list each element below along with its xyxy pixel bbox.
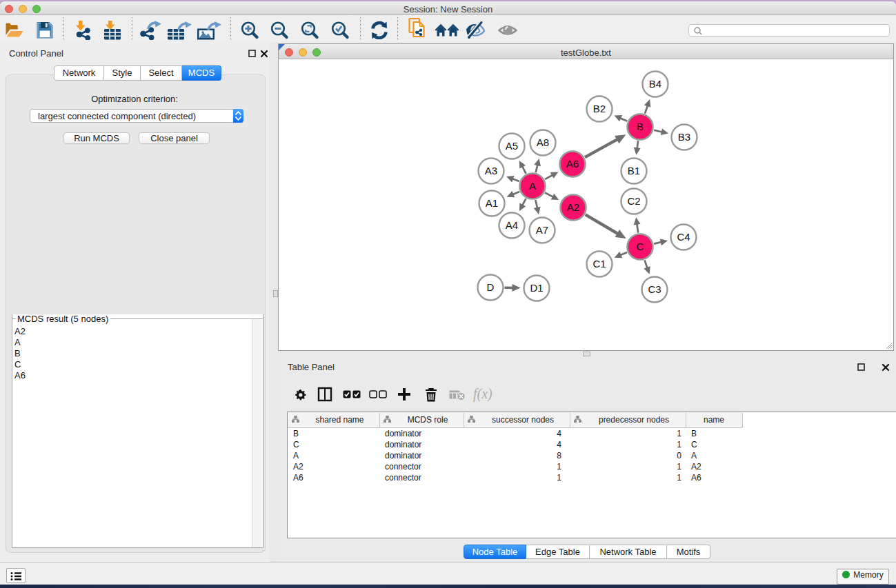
svg-text:C3: C3 xyxy=(648,283,661,295)
svg-text:A2: A2 xyxy=(567,201,579,213)
svg-text:C4: C4 xyxy=(677,231,690,243)
svg-text:A6: A6 xyxy=(566,158,579,170)
svg-text:A8: A8 xyxy=(537,136,549,148)
svg-text:A7: A7 xyxy=(536,224,548,236)
svg-text:A5: A5 xyxy=(506,140,518,152)
svg-text:D1: D1 xyxy=(530,282,543,294)
svg-text:B1: B1 xyxy=(628,165,640,176)
svg-text:A1: A1 xyxy=(486,197,498,209)
svg-text:B3: B3 xyxy=(678,131,690,143)
svg-text:C2: C2 xyxy=(627,195,640,207)
svg-text:B4: B4 xyxy=(649,78,661,90)
svg-text:D: D xyxy=(487,281,495,293)
svg-text:A3: A3 xyxy=(485,165,497,176)
svg-text:B: B xyxy=(637,121,644,132)
svg-text:C1: C1 xyxy=(593,258,606,270)
svg-text:C: C xyxy=(637,241,644,252)
svg-text:B2: B2 xyxy=(593,103,606,114)
svg-text:A4: A4 xyxy=(506,219,518,231)
svg-text:A: A xyxy=(529,180,536,192)
